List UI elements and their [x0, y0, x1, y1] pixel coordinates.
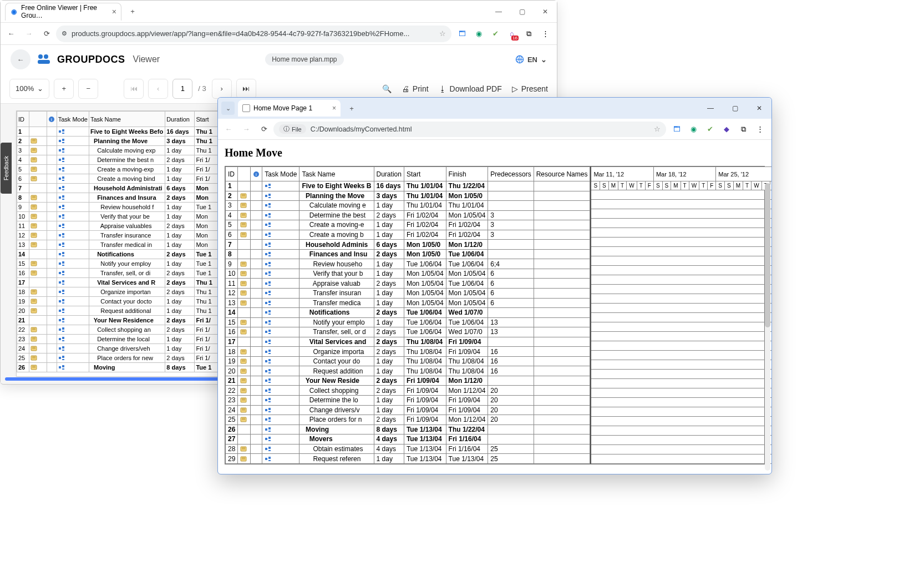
download-pdf-button[interactable]: ⭳Download PDF: [439, 84, 502, 93]
table-row[interactable]: 19 Contact your docto1 dayThu 1: [17, 297, 221, 306]
ext-translate-icon[interactable]: 🗔: [672, 124, 682, 134]
table-row[interactable]: 15 Notify your emplo1 dayTue 1/06/04Tue …: [226, 317, 590, 327]
feedback-tab[interactable]: Feedback: [1, 143, 12, 194]
extensions-icon[interactable]: ⧉: [524, 29, 534, 39]
table-row[interactable]: 1Five to Eight Weeks B16 daysThu 1/01/04…: [226, 181, 590, 191]
search-button[interactable]: 🔍: [382, 84, 392, 93]
table-row[interactable]: 10 Verify that your be1 dayMon: [17, 212, 221, 221]
table-row[interactable]: 25 Place orders for new2 daysFri 1/: [17, 353, 221, 363]
extensions-icon[interactable]: ⧉: [738, 124, 748, 134]
zoom-in-button[interactable]: +: [54, 79, 74, 99]
table-row[interactable]: 8 Finances and Insura2 daysMon: [17, 193, 221, 203]
tab-search-button[interactable]: ⌄: [221, 102, 235, 115]
table-row[interactable]: 5 Create a moving-exp1 dayFri 1/: [17, 165, 221, 174]
last-page-button[interactable]: ⏭: [236, 79, 256, 99]
table-row[interactable]: 13 Transfer medica1 dayMon 1/05/04Mon 1/…: [226, 298, 590, 308]
reload-button[interactable]: ⟳: [38, 26, 55, 42]
table-row[interactable]: 16 Transfer, sell, or d2 daysTue 1/06/04…: [226, 327, 590, 337]
table-row[interactable]: 9 Review household f1 dayTue 1: [17, 203, 221, 212]
table-row[interactable]: 9 Review househo1 dayTue 1/06/04Tue 1/06…: [226, 259, 590, 269]
browser-tab[interactable]: ◉ Free Online Viewer | Free Grou… ×: [5, 3, 121, 21]
ext-check-icon[interactable]: ✔: [705, 124, 715, 134]
table-row[interactable]: 24 Change drivers/veh1 dayFri 1/: [17, 344, 221, 353]
table-row[interactable]: 21 Your New Residence2 daysFri 1/: [17, 316, 221, 325]
table-row[interactable]: 6 Create a moving bind1 dayFri 1/: [17, 174, 221, 184]
table-row[interactable]: 8 Finances and Insu2 daysMon 1/05/0Tue 1…: [226, 249, 590, 259]
table-row[interactable]: 4 Determine the best2 daysFri 1/02/04Mon…: [226, 210, 590, 220]
table-row[interactable]: 23 Determine the local1 dayFri 1/: [17, 335, 221, 344]
close-tab-icon[interactable]: ×: [112, 7, 116, 16]
zoom-dropdown[interactable]: 100%⌄: [9, 79, 49, 99]
page-input[interactable]: [172, 79, 192, 99]
table-row[interactable]: 15 Notify your employ1 dayTue 1: [17, 259, 221, 269]
bookmark-star-icon[interactable]: ☆: [439, 29, 446, 38]
bookmark-star-icon[interactable]: ☆: [654, 125, 661, 133]
table-row[interactable]: 14 Notifications2 daysTue 1/06/04Wed 1/0…: [226, 308, 590, 318]
table-row[interactable]: 14 Notifications2 daysTue 1: [17, 250, 221, 259]
browser-tab[interactable]: Home Move Page 1 ×: [238, 100, 341, 117]
nav-back-button[interactable]: ←: [220, 121, 237, 138]
address-bar[interactable]: ⚙ products.groupdocs.app/viewer/app/?lan…: [56, 26, 451, 42]
table-row[interactable]: 11 Appraise valuab2 daysMon 1/05/04Tue 1…: [226, 279, 590, 289]
vertical-scrollbar[interactable]: [765, 183, 770, 471]
table-row[interactable]: 26 Moving8 daysTue 1/13/04Thu 1/22/04: [226, 425, 590, 434]
present-button[interactable]: ▷Present: [512, 84, 548, 93]
table-row[interactable]: 16 Transfer, sell, or di2 daysTue 1: [17, 269, 221, 278]
table-row[interactable]: 7 Household Administrati6 daysMon: [17, 184, 221, 193]
table-row[interactable]: 17 Vital Services and2 daysThu 1/08/04Fr…: [226, 337, 590, 347]
file-chip[interactable]: ⓘFile: [279, 124, 306, 134]
nav-forward-button[interactable]: →: [238, 121, 255, 138]
table-row[interactable]: 4 Determine the best n2 daysFri 1/: [17, 155, 221, 165]
address-bar[interactable]: ⓘFile C:/Downloads/myConverted.html ☆: [273, 122, 666, 137]
site-settings-icon[interactable]: ⚙: [62, 30, 67, 37]
nav-back-button[interactable]: ←: [3, 26, 19, 42]
close-window-button[interactable]: ✕: [747, 98, 771, 119]
table-row[interactable]: 12 Transfer insurance1 dayMon: [17, 231, 221, 240]
table-row[interactable]: 20 Request additional1 dayThu 1: [17, 306, 221, 316]
nav-forward-button[interactable]: →: [21, 26, 37, 42]
first-page-button[interactable]: ⏮: [124, 79, 144, 99]
table-row[interactable]: 5 Create a moving-e1 dayFri 1/02/04Fri 1…: [226, 220, 590, 230]
table-row[interactable]: 18 Organize importa2 daysThu 1/08/04Fri …: [226, 347, 590, 357]
table-row[interactable]: 2 Planning the Move3 daysThu 1: [17, 137, 221, 146]
browser-menu-icon[interactable]: ⋮: [755, 124, 765, 134]
minimize-button[interactable]: —: [487, 1, 510, 23]
ext-diamond-icon[interactable]: ◆: [722, 124, 732, 134]
scrollbar-thumb[interactable]: [765, 183, 770, 327]
table-row[interactable]: 22 Collect shopping2 daysFri 1/09/04Mon …: [226, 386, 590, 396]
table-row[interactable]: 3 Calculate moving e1 dayThu 1/01/04Thu …: [226, 201, 590, 211]
table-row[interactable]: 1Five to Eight Weeks Befo16 daysThu 1: [17, 127, 221, 137]
next-page-button[interactable]: ›: [212, 79, 232, 99]
prev-page-button[interactable]: ‹: [148, 79, 168, 99]
ext-check-icon[interactable]: ✔: [490, 29, 500, 39]
language-button[interactable]: EN ⌄: [515, 55, 547, 64]
table-row[interactable]: 27 Movers4 daysTue 1/13/04Fri 1/16/04: [226, 434, 590, 444]
table-row[interactable]: 12 Transfer insuran1 dayMon 1/05/04Mon 1…: [226, 289, 590, 299]
table-row[interactable]: 29 Request referen1 dayTue 1/13/04Tue 1/…: [226, 454, 590, 464]
table-row[interactable]: 21 Your New Reside2 daysFri 1/09/04Mon 1…: [226, 376, 590, 386]
ext-grammarly-icon[interactable]: ◉: [688, 124, 698, 134]
table-row[interactable]: 3 Calculate moving exp1 dayThu 1: [17, 146, 221, 155]
table-row[interactable]: 23 Determine the lo1 dayFri 1/09/04Fri 1…: [226, 396, 590, 406]
new-tab-button[interactable]: +: [345, 102, 358, 115]
table-row[interactable]: 18 Organize importan2 daysThu 1: [17, 287, 221, 297]
ext-translate-icon[interactable]: 🗔: [457, 29, 467, 39]
table-row[interactable]: 10 Verify that your b1 dayMon 1/05/04Mon…: [226, 269, 590, 279]
browser-menu-icon[interactable]: ⋮: [540, 29, 550, 39]
table-row[interactable]: 2 Planning the Move3 daysThu 1/01/04Mon …: [226, 191, 590, 201]
table-row[interactable]: 26 Moving8 daysTue 1: [17, 363, 221, 372]
print-button[interactable]: 🖨Print: [402, 84, 429, 93]
table-row[interactable]: 11 Appraise valuables2 daysMon: [17, 221, 221, 231]
close-window-button[interactable]: ✕: [534, 1, 557, 23]
close-tab-icon[interactable]: ×: [332, 104, 336, 112]
ext-grammarly-icon[interactable]: ◉: [474, 29, 484, 39]
table-row[interactable]: 13 Transfer medical in1 dayMon: [17, 240, 221, 250]
table-row[interactable]: 7 Household Adminis6 daysMon 1/05/0Mon 1…: [226, 240, 590, 250]
table-row[interactable]: 6 Create a moving b1 dayFri 1/02/04Fri 1…: [226, 230, 590, 240]
table-row[interactable]: 17 Vital Services and R2 daysThu 1: [17, 278, 221, 287]
maximize-button[interactable]: ▢: [510, 1, 534, 23]
table-row[interactable]: 22 Collect shopping an2 daysFri 1/: [17, 325, 221, 335]
new-tab-button[interactable]: +: [126, 5, 139, 18]
minimize-button[interactable]: —: [698, 98, 723, 119]
ext-home-icon[interactable]: ⌂16: [507, 29, 517, 39]
